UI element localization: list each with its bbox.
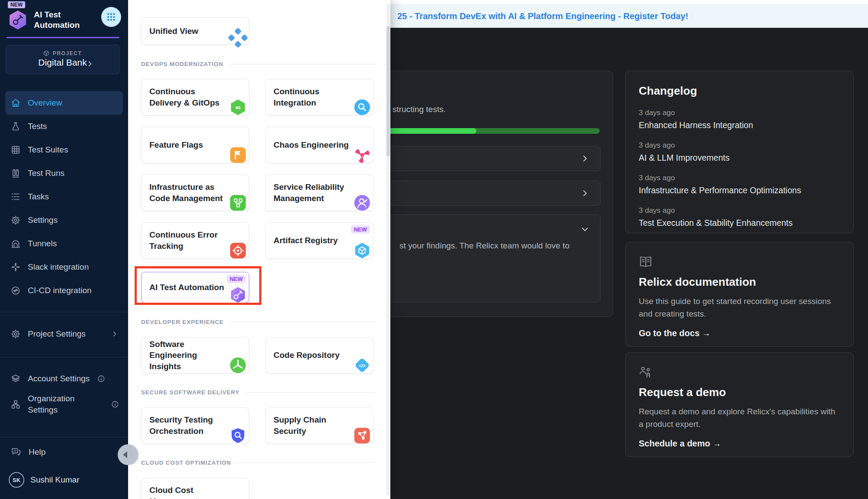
sidebar-item-tests[interactable]: Tests (0, 115, 128, 138)
right-column: Changelog 3 days agoEnhanced Harness Int… (625, 71, 854, 457)
module-picker-button[interactable] (101, 7, 121, 27)
chaos-icon (353, 146, 371, 164)
module-tile-continuous-delivery-gitops[interactable]: Continuous Delivery & GitOps∞ (141, 79, 249, 116)
grid-icon (10, 145, 21, 155)
app-title-line1: AI Test (34, 10, 80, 20)
changelog-list: 3 days agoEnhanced Harness Integration3 … (639, 109, 840, 228)
sidebar-item-label: Overview (28, 98, 62, 108)
popover-scrollbar-thumb[interactable] (386, 26, 390, 156)
flask-icon (10, 121, 21, 132)
new-badge: NEW (351, 225, 370, 234)
sidebar-item-overview[interactable]: Overview (5, 91, 123, 115)
cd-gitops-icon: ∞ (229, 99, 247, 116)
sidebar-item-slack-integration[interactable]: Slack integration (0, 255, 128, 279)
new-badge: NEW (227, 275, 246, 283)
module-tile-continuous-error-tracking[interactable]: Continuous Error Tracking (141, 222, 249, 259)
sidebar-item-test-runs[interactable]: Test Runs (0, 162, 128, 185)
ci-icon (353, 99, 371, 116)
columns-icon (10, 168, 21, 178)
help-button[interactable]: ? Help (0, 437, 128, 457)
sidebar-item-label: Settings (28, 215, 58, 225)
app-title: AI Test Automation (34, 10, 80, 30)
module-tile-cloud-cost-management[interactable]: Cloud Cost Management$ (141, 478, 249, 499)
module-tile-artifact-registry[interactable]: NEWArtifact Registry (265, 222, 373, 259)
sidebar-item-label: Tunnels (28, 239, 57, 248)
sidebar-item-label: Organization Settings (28, 393, 93, 415)
user-menu[interactable]: SK Sushil Kumar (0, 457, 128, 499)
sidebar-item-project-settings[interactable]: Project Settings (0, 322, 128, 346)
announcement-text[interactable]: 25 - Transform DevEx with AI & Platform … (397, 11, 688, 21)
chevron-down-icon[interactable] (580, 225, 590, 234)
ai-test-icon (229, 286, 247, 304)
go-to-docs-link[interactable]: Go to the docs → (639, 328, 711, 338)
info-icon (111, 400, 119, 409)
sidebar-nav: OverviewTestsTest SuitesTest RunsTasksSe… (0, 91, 128, 302)
sidebar-item-tunnels[interactable]: Tunnels (0, 232, 128, 255)
svg-text:∞: ∞ (235, 103, 241, 112)
accent-divider (7, 37, 119, 38)
module-tile-unified-view[interactable]: Unified View (141, 17, 249, 45)
sidebar: NEW AI Test Automation PROJECT Digital B… (0, 0, 128, 499)
schedule-demo-link[interactable]: Schedule a demo → (639, 439, 721, 449)
sidebar-item-label: Tests (28, 122, 47, 131)
demo-title: Request a demo (639, 386, 840, 399)
sidebar-item-label: Tasks (28, 192, 49, 202)
app-root: 25 - Transform DevEx with AI & Platform … (0, 0, 868, 499)
module-tile-supply-chain-security[interactable]: Supply Chain Security (265, 407, 373, 444)
section-header-developer-experience: DEVELOPER EXPERIENCE (141, 319, 376, 325)
sidebar-item-test-suites[interactable]: Test Suites (0, 138, 128, 162)
module-tile-service-reliability-management[interactable]: Service Reliability Management (265, 175, 373, 211)
collapse-arrow-icon (123, 451, 127, 458)
help-chat-icon: ? (10, 447, 22, 457)
chevron-right-icon (86, 60, 94, 68)
module-tile-security-testing-orchestration[interactable]: Security Testing Orchestration (141, 407, 249, 444)
feature-flags-icon (229, 146, 247, 164)
module-tile-feature-flags[interactable]: Feature Flags (141, 127, 249, 163)
cicd-icon (10, 285, 21, 296)
section-rule (246, 392, 376, 393)
section-rule (238, 463, 376, 463)
section-header-secure-software-delivery: SECURE SOFTWARE DELIVERY (141, 389, 376, 396)
sidebar-item-account-settings[interactable]: Account Settings (0, 367, 128, 390)
module-tile-continuous-integration[interactable]: Continuous Integration (265, 79, 373, 116)
sidebar-item-label: Test Suites (28, 145, 68, 155)
module-tile-grid: Software Engineering InsightsCode Reposi… (141, 337, 376, 373)
info-icon (97, 374, 106, 383)
changelog-entry: 3 days agoAI & LLM Improvements (639, 141, 840, 163)
section-rule (231, 322, 376, 322)
project-selector[interactable]: PROJECT Digital Bank (6, 45, 119, 74)
unified-view-icon (228, 28, 248, 48)
gear-icon (10, 329, 21, 339)
popover-scrollbar[interactable] (386, 3, 390, 496)
sidebar-account-section: Account SettingsOrganization Settings (0, 367, 128, 418)
module-tile-code-repository[interactable]: Code Repository</> (265, 337, 373, 373)
section-title: CLOUD COST OPTIMIZATION (141, 459, 231, 466)
sidebar-item-organization-settings[interactable]: Organization Settings (0, 390, 128, 418)
section-title: DEVOPS MODERNIZATION (141, 61, 223, 67)
sidebar-item-tasks[interactable]: Tasks (0, 185, 128, 208)
sidebar-header: AI Test Automation (8, 10, 80, 30)
module-tile-software-engineering-insights[interactable]: Software Engineering Insights (141, 337, 249, 373)
sidebar-item-settings[interactable]: Settings (0, 208, 128, 232)
changelog-title: Changelog (639, 84, 840, 98)
changelog-text: Enhanced Harness Integration (639, 120, 840, 130)
divider (0, 312, 128, 312)
srm-icon (353, 194, 371, 211)
sidebar-collapse-handle[interactable] (118, 444, 139, 465)
findings-text: st your findings. The Relicx team would … (399, 241, 569, 251)
module-tile-ai-test-automation[interactable]: NEWAI Test Automation (141, 272, 249, 303)
ai-test-automation-logo-icon (8, 10, 28, 30)
chevron-right-icon (580, 188, 590, 198)
list-icon (10, 192, 21, 202)
changelog-text: Infrastructure & Performance Optimizatio… (639, 185, 840, 195)
module-picker-popover: Unified View DEVOPS MODERNIZATIONContinu… (128, 0, 390, 499)
module-sections: DEVOPS MODERNIZATIONContinuous Delivery … (141, 61, 376, 499)
cube-icon (43, 50, 50, 56)
sidebar-item-label: Slack integration (28, 262, 89, 272)
module-tile-grid: Continuous Delivery & GitOps∞Continuous … (141, 79, 376, 303)
module-tile-infrastructure-as-code-management[interactable]: Infrastructure as Code Management (141, 175, 249, 211)
sidebar-item-ci-cd-integration[interactable]: CI-CD integration (0, 279, 128, 302)
sidebar-new-badge: NEW (8, 1, 25, 8)
layers-icon (10, 373, 21, 384)
module-tile-chaos-engineering[interactable]: Chaos Engineering (265, 127, 373, 163)
